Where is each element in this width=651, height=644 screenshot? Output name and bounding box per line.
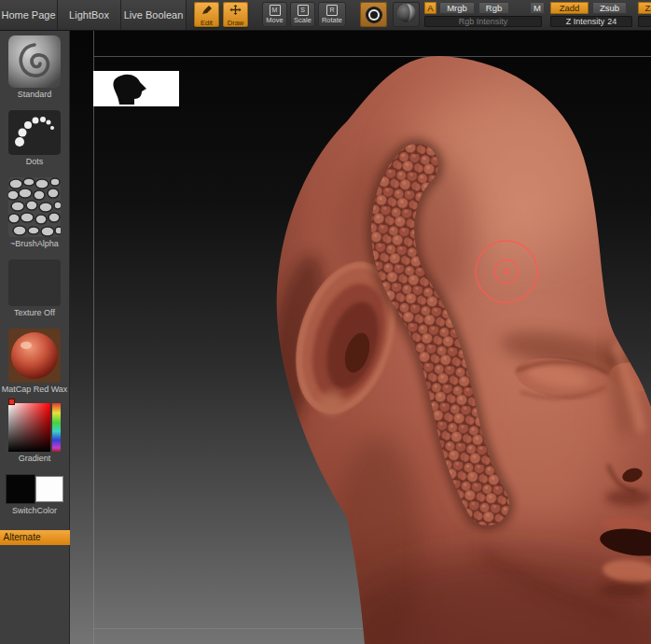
zsub-button[interactable]: Zsub bbox=[592, 2, 627, 14]
overflow-slider-partial[interactable] bbox=[638, 16, 651, 27]
live-boolean-button[interactable]: Live Boolean bbox=[121, 0, 187, 30]
switch-color-control[interactable] bbox=[0, 474, 70, 504]
z-intensity-value: 24 bbox=[607, 17, 616, 26]
rgb-button[interactable]: Rgb bbox=[478, 2, 509, 14]
mrgb-button[interactable]: Mrgb bbox=[439, 2, 475, 14]
color-picker[interactable] bbox=[8, 403, 61, 452]
alpha-channel-badge[interactable]: A bbox=[424, 2, 436, 14]
move-label: Move bbox=[266, 17, 283, 24]
brush-alpha-label: ~BrushAlpha bbox=[0, 239, 69, 248]
m-button[interactable]: M bbox=[530, 2, 545, 14]
move-letter-icon: M bbox=[270, 5, 281, 16]
draw-button[interactable]: Draw bbox=[223, 2, 248, 27]
brush-alpha-icon bbox=[8, 177, 61, 237]
lightbox-button[interactable]: LightBox bbox=[58, 0, 121, 30]
rgb-intensity-slider[interactable]: Rgb Intensity bbox=[424, 16, 542, 27]
move-button[interactable]: M Move bbox=[262, 2, 287, 27]
edit-label: Edit bbox=[201, 20, 213, 27]
hue-strip[interactable] bbox=[52, 403, 61, 452]
crosshair-arrows-icon bbox=[229, 2, 242, 19]
standard-brush-icon bbox=[8, 35, 61, 88]
material-picker-matcap[interactable] bbox=[8, 329, 61, 383]
document-preview-thumbnail bbox=[93, 71, 179, 106]
main-color-swatch[interactable] bbox=[6, 474, 35, 504]
viewport-render[interactable] bbox=[70, 30, 651, 644]
z-intensity-label: Z Intensity bbox=[566, 17, 605, 26]
brush-picker-standard[interactable] bbox=[8, 35, 61, 88]
standard-brush-label: Standard bbox=[0, 90, 69, 99]
texture-picker-off[interactable] bbox=[8, 259, 61, 306]
scale-letter-icon: S bbox=[298, 5, 309, 16]
secondary-color-swatch[interactable] bbox=[35, 476, 63, 502]
alpha-picker-brushalpha[interactable] bbox=[8, 177, 61, 237]
scale-label: Scale bbox=[294, 17, 312, 24]
dots-stroke-icon bbox=[8, 110, 61, 155]
edit-button[interactable]: Edit bbox=[194, 2, 219, 27]
rgb-intensity-label: Rgb Intensity bbox=[459, 17, 508, 26]
circle-stroke-icon bbox=[366, 7, 382, 23]
scale-button[interactable]: S Scale bbox=[290, 2, 315, 27]
matcap-label: MatCap Red Wax bbox=[0, 385, 69, 394]
z-intensity-slider[interactable]: Z Intensity 24 bbox=[550, 16, 632, 27]
dots-stroke-label: Dots bbox=[0, 157, 69, 166]
current-color-marker bbox=[8, 399, 15, 405]
rotate-letter-icon: R bbox=[326, 5, 338, 16]
material-button[interactable] bbox=[393, 2, 420, 27]
pencil-icon bbox=[201, 2, 213, 19]
texture-off-label: Texture Off bbox=[0, 308, 69, 317]
stroke-type-button[interactable] bbox=[360, 2, 387, 27]
saturation-value-square[interactable] bbox=[8, 403, 50, 452]
home-page-button[interactable]: Home Page bbox=[0, 0, 58, 30]
rotate-button[interactable]: R Rotate bbox=[318, 2, 346, 27]
zadd-button[interactable]: Zadd bbox=[550, 2, 589, 14]
switch-color-label: SwitchColor bbox=[0, 506, 69, 515]
draw-label: Draw bbox=[228, 20, 244, 27]
rotate-label: Rotate bbox=[322, 17, 342, 24]
viewport-canvas[interactable] bbox=[70, 30, 651, 644]
left-shelf: Standard Dots ~ bbox=[0, 30, 70, 644]
material-sphere-icon bbox=[396, 3, 417, 27]
top-toolbar: Home Page LightBox Live Boolean Edit Dra… bbox=[0, 0, 651, 31]
alternate-button[interactable]: Alternate bbox=[0, 530, 70, 545]
overflow-button-partial[interactable]: Za bbox=[638, 2, 651, 14]
stroke-picker-dots[interactable] bbox=[8, 110, 61, 155]
head-silhouette-icon bbox=[93, 71, 179, 106]
zbrush-window: Home Page LightBox Live Boolean Edit Dra… bbox=[0, 0, 651, 644]
gradient-label: Gradient bbox=[0, 454, 69, 463]
matcap-red-wax-icon bbox=[8, 329, 61, 383]
